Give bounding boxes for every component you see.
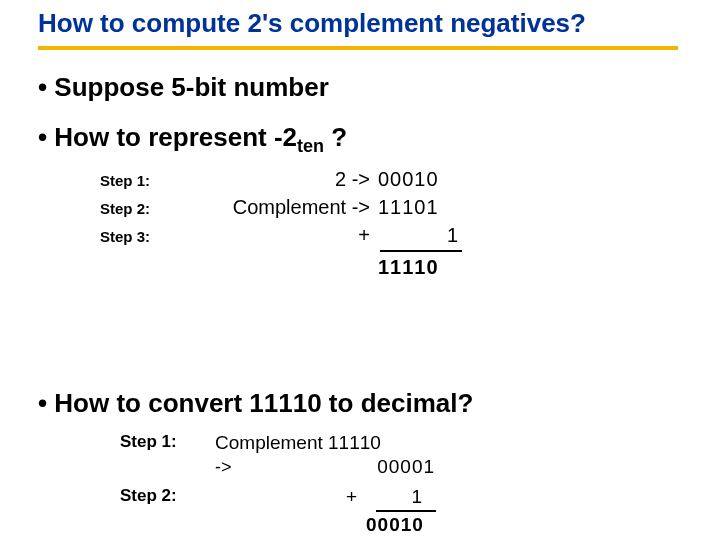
bullet-represent-pre: • How to represent -2 [38, 122, 297, 152]
slide-title: How to compute 2's complement negatives? [38, 8, 690, 39]
stepb2-val: 1 [362, 486, 422, 508]
step1-row: Step 1: 2 -> 00010 [100, 168, 462, 196]
step1-op: 2 -> [180, 168, 378, 191]
stepb1-spacer [120, 456, 210, 476]
slide: How to compute 2's complement negatives?… [0, 0, 720, 540]
step3-label: Step 3: [100, 228, 180, 245]
title-underline [38, 46, 678, 50]
stepb1-row: Step 1: Complement 11110 [120, 432, 436, 454]
bullet-suppose: • Suppose 5-bit number [38, 72, 329, 103]
stepb1-val: 00001 [355, 456, 435, 478]
stepb1-label: Step 1: [120, 432, 210, 452]
stepb2-row: Step 2: + 1 [120, 486, 436, 508]
stepb1-text: Complement 11110 [215, 432, 381, 454]
step1-label: Step 1: [100, 172, 180, 189]
step3-val: 1 [378, 224, 458, 247]
step1-val: 00010 [378, 168, 458, 191]
bullet-represent-sub: ten [297, 136, 324, 156]
bullet-represent-post: ? [324, 122, 347, 152]
bullet-represent: • How to represent -2ten ? [38, 122, 347, 157]
step3-op: + [180, 224, 378, 247]
result-a: 11110 [378, 256, 458, 279]
step3-row: Step 3: + 1 [100, 224, 462, 252]
steps-represent: Step 1: 2 -> 00010 Step 2: Complement ->… [100, 168, 462, 279]
stepb1-arrow: -> [215, 457, 245, 478]
stepb2-plus: + [215, 486, 357, 508]
step2-op: Complement -> [180, 196, 378, 219]
sum-line-a [380, 250, 462, 252]
step2-val: 11101 [378, 196, 458, 219]
stepb1-row2: -> 00001 [120, 456, 436, 478]
bullet-convert: • How to convert 11110 to decimal? [38, 388, 473, 419]
steps-convert: Step 1: Complement 11110 -> 00001 Step 2… [120, 432, 436, 536]
step2-label: Step 2: [100, 200, 180, 217]
result-b: 00010 [366, 514, 436, 536]
sum-line-b [376, 510, 436, 512]
step2-row: Step 2: Complement -> 11101 [100, 196, 462, 224]
stepb2-label: Step 2: [120, 486, 210, 506]
